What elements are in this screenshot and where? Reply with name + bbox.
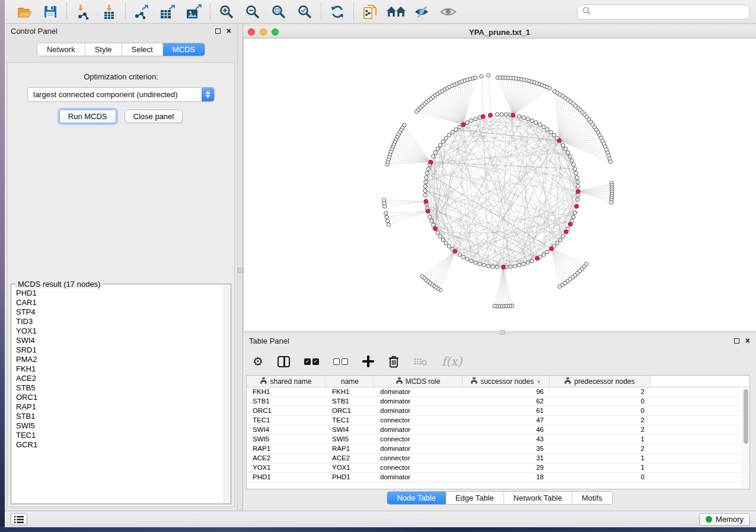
mcds-result-item[interactable]: SRD1 <box>16 345 224 355</box>
mcds-result-item[interactable]: SWI4 <box>16 336 224 345</box>
network-window-titlebar[interactable]: YPA_prune.txt_1 <box>243 26 756 39</box>
add-column-button[interactable] <box>362 354 374 369</box>
table-cell[interactable]: 0 <box>550 397 650 406</box>
table-cell[interactable]: TEC1 <box>326 416 374 425</box>
export-table-button[interactable] <box>159 3 177 21</box>
table-cell[interactable]: 1 <box>550 463 650 472</box>
mcds-result-item[interactable]: PHD1 <box>16 289 224 298</box>
table-row[interactable]: YOX1YOX1connector291 <box>247 463 749 473</box>
mcds-result-item[interactable]: SWI5 <box>16 421 224 431</box>
tab-node-table[interactable]: Node Table <box>387 492 446 504</box>
table-cell[interactable]: PHD1 <box>247 473 326 482</box>
table-cell[interactable]: STB1 <box>247 397 326 406</box>
mcds-result-item[interactable]: CAR1 <box>16 298 224 307</box>
tab-network[interactable]: Network <box>37 43 85 56</box>
table-cell[interactable]: STB1 <box>326 397 374 406</box>
zoom-in-button[interactable] <box>218 3 235 21</box>
table-cell[interactable]: 43 <box>462 435 550 444</box>
table-row[interactable]: ACE2ACE2connector311 <box>247 454 749 463</box>
select-all-button[interactable]: ✓ ✓ <box>304 354 319 369</box>
table-cell[interactable]: ACE2 <box>247 454 326 463</box>
show-graphics-details-button[interactable] <box>439 3 457 21</box>
table-cell[interactable]: FKH1 <box>247 387 326 396</box>
table-cell[interactable]: dominator <box>374 397 462 406</box>
export-network-button[interactable] <box>133 3 151 21</box>
table-cell[interactable]: SWI4 <box>326 425 374 434</box>
table-cell[interactable]: dominator <box>374 473 462 482</box>
mcds-result-item[interactable]: YOX1 <box>16 326 224 336</box>
clone-network-button[interactable] <box>361 3 379 21</box>
table-cell[interactable]: YOX1 <box>247 463 326 472</box>
table-row[interactable]: ORC1ORC1dominator610 <box>247 406 749 416</box>
table-row[interactable]: FKH1FKH1dominator962 <box>247 387 749 397</box>
table-row[interactable]: PHD1PHD1dominator180 <box>247 473 749 482</box>
float-panel-icon[interactable] <box>734 338 739 344</box>
mcds-result-item[interactable]: PMA2 <box>16 355 224 364</box>
search-input[interactable] <box>594 7 745 16</box>
mcds-result-item[interactable]: STP4 <box>16 307 224 317</box>
table-cell[interactable]: 35 <box>462 444 550 453</box>
mcds-result-item[interactable]: STB1 <box>16 412 224 421</box>
table-row[interactable]: RAP1RAP1dominator352 <box>247 444 749 454</box>
table-cell[interactable]: 2 <box>550 425 650 434</box>
column-header[interactable]: successor nodes∨ <box>462 376 550 387</box>
table-cell[interactable]: 47 <box>462 416 550 425</box>
mcds-result-item[interactable]: TEC1 <box>16 431 224 440</box>
table-cell[interactable]: 1 <box>550 454 650 463</box>
horizontal-split-divider[interactable] <box>243 331 756 334</box>
table-cell[interactable]: 2 <box>550 444 650 453</box>
first-neighbors-button[interactable] <box>387 3 405 21</box>
tab-edge-table[interactable]: Edge Table <box>446 492 504 504</box>
table-cell[interactable]: 61 <box>462 406 550 415</box>
table-row[interactable]: STB1STB1dominator620 <box>247 397 749 406</box>
table-scrollbar-thumb[interactable] <box>744 389 748 444</box>
mcds-result-item[interactable]: STB5 <box>16 383 224 393</box>
table-cell[interactable]: dominator <box>374 425 462 434</box>
table-cell[interactable]: RAP1 <box>247 444 326 453</box>
float-panel-icon[interactable] <box>215 28 221 34</box>
table-cell[interactable]: ORC1 <box>247 406 326 415</box>
zoom-selected-button[interactable] <box>296 3 314 21</box>
memory-button[interactable]: Memory <box>699 513 750 526</box>
table-row[interactable]: SWI5SWI5connector431 <box>247 435 749 444</box>
column-header[interactable]: MCDS role <box>374 376 462 387</box>
import-table-button[interactable] <box>100 3 118 21</box>
mcds-result-item[interactable]: FKH1 <box>16 364 224 374</box>
delete-columns-button[interactable] <box>388 354 399 369</box>
table-cell[interactable]: 18 <box>462 473 550 482</box>
table-cell[interactable]: dominator <box>374 387 462 396</box>
criterion-dropdown[interactable]: largest connected component (undirected) <box>27 87 215 102</box>
mcds-result-item[interactable]: GCR1 <box>16 440 224 450</box>
zoom-out-button[interactable] <box>244 3 261 21</box>
network-canvas[interactable] <box>243 39 756 331</box>
export-image-button[interactable] <box>185 3 203 21</box>
run-mcds-button[interactable]: Run MCDS <box>59 110 116 123</box>
tab-mcds[interactable]: MCDS <box>163 43 205 56</box>
table-cell[interactable]: dominator <box>374 444 462 453</box>
table-cell[interactable]: PHD1 <box>326 473 374 482</box>
table-cell[interactable]: YOX1 <box>326 463 374 472</box>
save-session-button[interactable] <box>42 3 59 21</box>
column-chooser-button[interactable] <box>277 354 290 369</box>
table-cell[interactable]: 2 <box>550 387 650 396</box>
table-cell[interactable]: SWI5 <box>247 435 326 444</box>
table-cell[interactable]: 46 <box>462 425 550 434</box>
table-cell[interactable]: 0 <box>550 406 650 415</box>
table-cell[interactable]: 0 <box>550 473 650 482</box>
table-settings-button[interactable]: ⚙ <box>253 354 263 369</box>
mcds-result-item[interactable]: RAP1 <box>16 402 224 412</box>
hide-selected-button[interactable] <box>413 3 431 21</box>
mcds-list-scrollbar[interactable] <box>224 285 230 503</box>
search-field[interactable] <box>577 4 750 20</box>
zoom-fit-button[interactable] <box>270 3 288 21</box>
table-cell[interactable]: SWI4 <box>247 425 326 434</box>
mcds-result-list[interactable]: PHD1CAR1STP4TID3YOX1SWI4SRD1PMA2FKH1ACE2… <box>12 285 224 503</box>
close-panel-icon[interactable]: × <box>227 28 231 34</box>
divider-grip[interactable] <box>500 330 505 335</box>
table-row[interactable]: TEC1TEC1connector472 <box>247 416 749 425</box>
delete-table-button[interactable] <box>413 354 428 369</box>
column-header[interactable]: name <box>326 376 374 387</box>
close-panel-button[interactable]: Close panel <box>125 110 183 123</box>
table-scrollbar[interactable] <box>742 388 749 488</box>
mcds-result-item[interactable]: TID3 <box>16 317 224 326</box>
